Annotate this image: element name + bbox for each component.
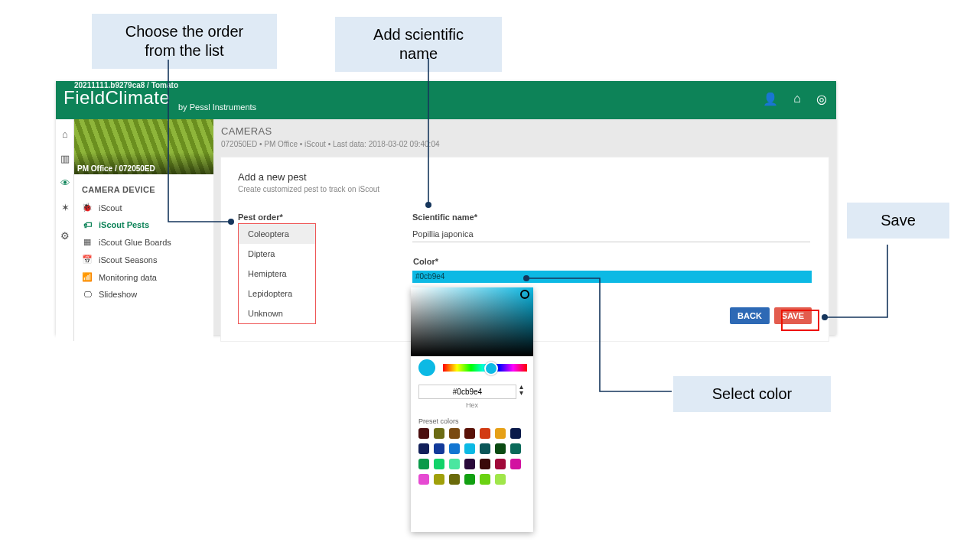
pest-order-label: Pest order* (238, 213, 283, 222)
preset-color-swatch[interactable] (464, 474, 475, 485)
hex-input[interactable] (418, 385, 516, 399)
preset-colors-grid (418, 428, 526, 485)
icon-rail: ⌂ ▥ 👁 ✶ ⚙ (56, 119, 74, 341)
preset-color-swatch[interactable] (510, 459, 521, 469)
logo: FieldClimate (63, 87, 170, 109)
house-icon[interactable]: ⌂ (793, 92, 801, 106)
board-icon: ▦ (82, 237, 93, 247)
preset-color-swatch[interactable] (464, 428, 475, 439)
preset-color-swatch[interactable] (495, 474, 506, 485)
byline: by Pessl Instruments (178, 102, 256, 112)
user-icon[interactable]: 👤 (763, 92, 778, 106)
color-label: Color* (413, 257, 438, 266)
form-buttons: BACK SAVE (730, 307, 812, 324)
preset-color-swatch[interactable] (464, 459, 475, 469)
tag-icon: 🏷 (82, 220, 93, 229)
page-header: CAMERAS 072050ED • PM Office • iScout • … (221, 125, 836, 148)
station-thumbnail[interactable]: PM Office / 072050ED (74, 119, 213, 175)
pest-order-option[interactable]: Lepidoptera (239, 284, 315, 303)
preset-color-swatch[interactable] (418, 428, 429, 439)
spray-icon[interactable]: ✶ (57, 199, 73, 216)
sidebar-item-seasons[interactable]: 📅iScout Seasons (74, 251, 213, 268)
top-icons: 👤 ⌂ ◎ (763, 92, 827, 106)
hue-slider[interactable] (443, 364, 527, 372)
callout-order: Choose the order from the list (92, 14, 277, 69)
preset-color-swatch[interactable] (480, 428, 490, 439)
preset-color-swatch[interactable] (495, 459, 506, 469)
sidebar-item-slideshow[interactable]: 🖵Slideshow (74, 286, 213, 303)
callout-save: Save (847, 203, 949, 239)
form-title: Add a new pest (238, 171, 307, 183)
saturation-value-area[interactable] (411, 287, 533, 356)
app-bar: 20211111.b9279ca8 / Tomato FieldClimate … (56, 81, 836, 119)
sidebar-item-label: iScout (99, 203, 122, 213)
sidebar-item-iscout-pests[interactable]: 🏷iScout Pests (74, 216, 213, 233)
form-subtitle: Create customized pest to track on iScou… (238, 185, 379, 193)
bug-icon: 🐞 (82, 203, 93, 213)
preset-color-swatch[interactable] (449, 428, 460, 439)
sidebar-item-label: Monitoring data (99, 273, 157, 282)
station-label: PM Office / 072050ED (77, 164, 155, 173)
hex-label: Hex (418, 401, 526, 409)
sidebar-item-monitoring[interactable]: 📶Monitoring data (74, 268, 213, 286)
pest-order-option[interactable]: Unknown (239, 303, 315, 323)
pest-order-option[interactable]: Coleoptera (239, 224, 315, 244)
preset-color-swatch[interactable] (434, 459, 444, 469)
preset-color-swatch[interactable] (449, 474, 460, 485)
sidebar: CAMERA DEVICE 🐞iScout 🏷iScout Pests ▦iSc… (74, 174, 213, 342)
gear-icon[interactable]: ⚙ (57, 227, 73, 244)
preset-color-swatch[interactable] (480, 443, 490, 454)
preset-color-swatch[interactable] (464, 443, 475, 454)
preset-color-swatch[interactable] (418, 459, 429, 469)
preset-color-swatch[interactable] (434, 443, 444, 454)
callout-color: Select color (673, 376, 831, 412)
broadcast-icon[interactable]: ◎ (816, 92, 827, 106)
current-color-swatch (418, 359, 435, 376)
sv-handle[interactable] (520, 290, 529, 299)
sidebar-item-label: iScout Glue Boards (99, 238, 171, 247)
preset-color-swatch[interactable] (449, 443, 460, 454)
sidebar-item-label: iScout Pests (99, 220, 149, 229)
pest-order-option[interactable]: Hemiptera (239, 264, 315, 284)
color-input[interactable]: #0cb9e4 (412, 271, 812, 283)
sidebar-header: CAMERA DEVICE (74, 182, 213, 199)
chart-icon[interactable]: ▥ (57, 150, 73, 167)
pest-order-dropdown[interactable]: Coleoptera Diptera Hemiptera Lepidoptera… (238, 223, 316, 324)
bars-icon: 📶 (82, 272, 93, 282)
home-icon[interactable]: ⌂ (57, 125, 73, 142)
save-button[interactable]: SAVE (774, 307, 812, 324)
preset-color-swatch[interactable] (418, 443, 429, 454)
sidebar-item-label: iScout Seasons (99, 255, 157, 265)
preset-color-swatch[interactable] (510, 443, 521, 454)
preset-color-swatch[interactable] (418, 474, 429, 485)
preset-color-swatch[interactable] (434, 474, 444, 485)
preset-color-swatch[interactable] (449, 459, 460, 469)
callout-sci: Add scientific name (335, 17, 502, 72)
eye-icon[interactable]: 👁 (57, 174, 73, 191)
preset-color-swatch[interactable] (495, 428, 506, 439)
preset-color-swatch[interactable] (480, 474, 490, 485)
preset-colors-label: Preset colors (418, 417, 459, 425)
page-subtitle: 072050ED • PM Office • iScout • Last dat… (221, 140, 836, 148)
hue-handle[interactable] (484, 362, 498, 375)
sidebar-item-glue-boards[interactable]: ▦iScout Glue Boards (74, 233, 213, 251)
scientific-name-label: Scientific name* (412, 213, 477, 222)
sidebar-item-iscout[interactable]: 🐞iScout (74, 199, 213, 216)
color-picker[interactable]: ▴▾ Hex Preset colors (411, 287, 533, 532)
calendar-icon: 📅 (82, 255, 93, 265)
preset-color-swatch[interactable] (495, 443, 506, 454)
preset-color-swatch[interactable] (480, 459, 490, 469)
hex-stepper[interactable]: ▴▾ (516, 384, 526, 396)
preset-color-swatch[interactable] (510, 428, 521, 439)
back-button[interactable]: BACK (730, 307, 770, 324)
preset-color-swatch[interactable] (434, 428, 444, 439)
pest-order-option[interactable]: Diptera (239, 244, 315, 264)
scientific-name-input[interactable] (412, 226, 810, 242)
sidebar-item-label: Slideshow (99, 290, 137, 299)
page-title: CAMERAS (221, 125, 836, 137)
slideshow-icon: 🖵 (82, 290, 93, 299)
